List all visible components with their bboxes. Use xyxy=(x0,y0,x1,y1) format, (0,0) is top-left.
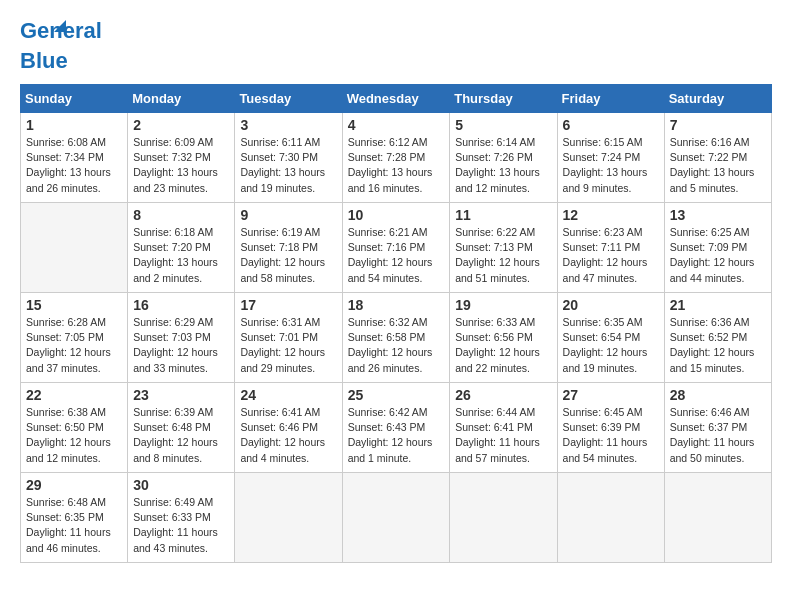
day-info: Sunrise: 6:11 AM Sunset: 7:30 PM Dayligh… xyxy=(240,135,336,196)
calendar-table: SundayMondayTuesdayWednesdayThursdayFrid… xyxy=(20,84,772,563)
day-info: Sunrise: 6:36 AM Sunset: 6:52 PM Dayligh… xyxy=(670,315,766,376)
calendar-cell: 12 Sunrise: 6:23 AM Sunset: 7:11 PM Dayl… xyxy=(557,203,664,293)
day-number: 26 xyxy=(455,387,551,403)
logo: General Blue xyxy=(20,20,72,74)
day-number: 27 xyxy=(563,387,659,403)
day-info: Sunrise: 6:44 AM Sunset: 6:41 PM Dayligh… xyxy=(455,405,551,466)
day-number: 11 xyxy=(455,207,551,223)
calendar-cell: 6 Sunrise: 6:15 AM Sunset: 7:24 PM Dayli… xyxy=(557,113,664,203)
calendar-cell: 5 Sunrise: 6:14 AM Sunset: 7:26 PM Dayli… xyxy=(450,113,557,203)
day-info: Sunrise: 6:33 AM Sunset: 6:56 PM Dayligh… xyxy=(455,315,551,376)
day-info: Sunrise: 6:48 AM Sunset: 6:35 PM Dayligh… xyxy=(26,495,122,556)
calendar-cell: 11 Sunrise: 6:22 AM Sunset: 7:13 PM Dayl… xyxy=(450,203,557,293)
day-info: Sunrise: 6:41 AM Sunset: 6:46 PM Dayligh… xyxy=(240,405,336,466)
weekday-header: Wednesday xyxy=(342,85,450,113)
calendar-cell: 9 Sunrise: 6:19 AM Sunset: 7:18 PM Dayli… xyxy=(235,203,342,293)
calendar-cell: 3 Sunrise: 6:11 AM Sunset: 7:30 PM Dayli… xyxy=(235,113,342,203)
calendar-cell xyxy=(342,473,450,563)
weekday-header: Thursday xyxy=(450,85,557,113)
calendar-cell xyxy=(235,473,342,563)
day-info: Sunrise: 6:18 AM Sunset: 7:20 PM Dayligh… xyxy=(133,225,229,286)
calendar-cell xyxy=(450,473,557,563)
page-header: General Blue xyxy=(20,20,772,74)
day-info: Sunrise: 6:19 AM Sunset: 7:18 PM Dayligh… xyxy=(240,225,336,286)
calendar-cell: 27 Sunrise: 6:45 AM Sunset: 6:39 PM Dayl… xyxy=(557,383,664,473)
weekday-header: Tuesday xyxy=(235,85,342,113)
day-info: Sunrise: 6:23 AM Sunset: 7:11 PM Dayligh… xyxy=(563,225,659,286)
calendar-cell xyxy=(664,473,771,563)
calendar-week-row: 22 Sunrise: 6:38 AM Sunset: 6:50 PM Dayl… xyxy=(21,383,772,473)
calendar-cell: 23 Sunrise: 6:39 AM Sunset: 6:48 PM Dayl… xyxy=(128,383,235,473)
day-info: Sunrise: 6:22 AM Sunset: 7:13 PM Dayligh… xyxy=(455,225,551,286)
day-number: 15 xyxy=(26,297,122,313)
day-info: Sunrise: 6:35 AM Sunset: 6:54 PM Dayligh… xyxy=(563,315,659,376)
day-number: 16 xyxy=(133,297,229,313)
day-number: 30 xyxy=(133,477,229,493)
weekday-header: Monday xyxy=(128,85,235,113)
day-number: 13 xyxy=(670,207,766,223)
day-number: 24 xyxy=(240,387,336,403)
calendar-cell: 28 Sunrise: 6:46 AM Sunset: 6:37 PM Dayl… xyxy=(664,383,771,473)
day-number: 17 xyxy=(240,297,336,313)
calendar-cell: 22 Sunrise: 6:38 AM Sunset: 6:50 PM Dayl… xyxy=(21,383,128,473)
day-number: 19 xyxy=(455,297,551,313)
weekday-header: Friday xyxy=(557,85,664,113)
day-info: Sunrise: 6:38 AM Sunset: 6:50 PM Dayligh… xyxy=(26,405,122,466)
day-number: 28 xyxy=(670,387,766,403)
day-number: 25 xyxy=(348,387,445,403)
calendar-cell: 2 Sunrise: 6:09 AM Sunset: 7:32 PM Dayli… xyxy=(128,113,235,203)
day-number: 1 xyxy=(26,117,122,133)
weekday-header: Saturday xyxy=(664,85,771,113)
calendar-cell: 16 Sunrise: 6:29 AM Sunset: 7:03 PM Dayl… xyxy=(128,293,235,383)
calendar-cell: 30 Sunrise: 6:49 AM Sunset: 6:33 PM Dayl… xyxy=(128,473,235,563)
calendar-week-row: 29 Sunrise: 6:48 AM Sunset: 6:35 PM Dayl… xyxy=(21,473,772,563)
day-info: Sunrise: 6:31 AM Sunset: 7:01 PM Dayligh… xyxy=(240,315,336,376)
day-number: 6 xyxy=(563,117,659,133)
calendar-week-row: 1 Sunrise: 6:08 AM Sunset: 7:34 PM Dayli… xyxy=(21,113,772,203)
day-info: Sunrise: 6:08 AM Sunset: 7:34 PM Dayligh… xyxy=(26,135,122,196)
calendar-cell: 8 Sunrise: 6:18 AM Sunset: 7:20 PM Dayli… xyxy=(128,203,235,293)
day-number: 2 xyxy=(133,117,229,133)
day-number: 10 xyxy=(348,207,445,223)
day-number: 3 xyxy=(240,117,336,133)
day-number: 21 xyxy=(670,297,766,313)
calendar-cell: 25 Sunrise: 6:42 AM Sunset: 6:43 PM Dayl… xyxy=(342,383,450,473)
day-number: 5 xyxy=(455,117,551,133)
calendar-cell: 21 Sunrise: 6:36 AM Sunset: 6:52 PM Dayl… xyxy=(664,293,771,383)
calendar-cell: 20 Sunrise: 6:35 AM Sunset: 6:54 PM Dayl… xyxy=(557,293,664,383)
calendar-cell: 13 Sunrise: 6:25 AM Sunset: 7:09 PM Dayl… xyxy=(664,203,771,293)
day-number: 22 xyxy=(26,387,122,403)
calendar-cell xyxy=(557,473,664,563)
day-number: 12 xyxy=(563,207,659,223)
day-info: Sunrise: 6:32 AM Sunset: 6:58 PM Dayligh… xyxy=(348,315,445,376)
weekday-header: Sunday xyxy=(21,85,128,113)
day-info: Sunrise: 6:49 AM Sunset: 6:33 PM Dayligh… xyxy=(133,495,229,556)
calendar-cell: 17 Sunrise: 6:31 AM Sunset: 7:01 PM Dayl… xyxy=(235,293,342,383)
calendar-week-row: 15 Sunrise: 6:28 AM Sunset: 7:05 PM Dayl… xyxy=(21,293,772,383)
day-info: Sunrise: 6:21 AM Sunset: 7:16 PM Dayligh… xyxy=(348,225,445,286)
day-number: 8 xyxy=(133,207,229,223)
day-number: 23 xyxy=(133,387,229,403)
calendar-cell: 4 Sunrise: 6:12 AM Sunset: 7:28 PM Dayli… xyxy=(342,113,450,203)
day-info: Sunrise: 6:29 AM Sunset: 7:03 PM Dayligh… xyxy=(133,315,229,376)
calendar-cell: 24 Sunrise: 6:41 AM Sunset: 6:46 PM Dayl… xyxy=(235,383,342,473)
day-info: Sunrise: 6:14 AM Sunset: 7:26 PM Dayligh… xyxy=(455,135,551,196)
day-info: Sunrise: 6:39 AM Sunset: 6:48 PM Dayligh… xyxy=(133,405,229,466)
calendar-cell: 10 Sunrise: 6:21 AM Sunset: 7:16 PM Dayl… xyxy=(342,203,450,293)
day-number: 29 xyxy=(26,477,122,493)
day-info: Sunrise: 6:15 AM Sunset: 7:24 PM Dayligh… xyxy=(563,135,659,196)
day-info: Sunrise: 6:46 AM Sunset: 6:37 PM Dayligh… xyxy=(670,405,766,466)
calendar-cell: 1 Sunrise: 6:08 AM Sunset: 7:34 PM Dayli… xyxy=(21,113,128,203)
day-number: 9 xyxy=(240,207,336,223)
day-number: 18 xyxy=(348,297,445,313)
calendar-cell: 29 Sunrise: 6:48 AM Sunset: 6:35 PM Dayl… xyxy=(21,473,128,563)
calendar-cell: 15 Sunrise: 6:28 AM Sunset: 7:05 PM Dayl… xyxy=(21,293,128,383)
day-info: Sunrise: 6:16 AM Sunset: 7:22 PM Dayligh… xyxy=(670,135,766,196)
day-number: 20 xyxy=(563,297,659,313)
day-info: Sunrise: 6:12 AM Sunset: 7:28 PM Dayligh… xyxy=(348,135,445,196)
day-number: 4 xyxy=(348,117,445,133)
calendar-week-row: 8 Sunrise: 6:18 AM Sunset: 7:20 PM Dayli… xyxy=(21,203,772,293)
day-info: Sunrise: 6:25 AM Sunset: 7:09 PM Dayligh… xyxy=(670,225,766,286)
day-number: 7 xyxy=(670,117,766,133)
day-info: Sunrise: 6:45 AM Sunset: 6:39 PM Dayligh… xyxy=(563,405,659,466)
